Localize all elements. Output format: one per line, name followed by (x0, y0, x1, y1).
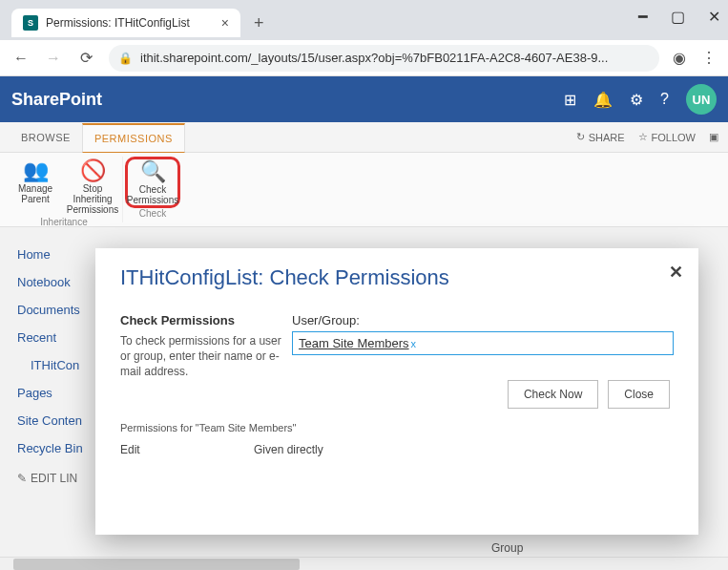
people-picker-input[interactable]: Team Site Members x (292, 331, 674, 355)
reload-icon[interactable]: ⟳ (76, 49, 95, 67)
notifications-icon[interactable]: 🔔 (593, 91, 613, 109)
sharepoint-brand: SharePoint (11, 90, 564, 110)
check-permissions-dialog: ITHitConfigList: Check Permissions ✕ Che… (95, 248, 698, 535)
stop-inheriting-button[interactable]: 🚫 Stop Inheriting Permissions (65, 157, 120, 217)
help-icon[interactable]: ? (660, 91, 669, 108)
url-text: ithit.sharepoint.com/_layouts/15/user.as… (140, 51, 608, 65)
focus-icon[interactable]: ▣ (709, 131, 718, 143)
token-remove-icon[interactable]: x (411, 338, 417, 349)
tab-browse[interactable]: BROWSE (10, 124, 82, 151)
follow-button[interactable]: ☆FOLLOW (638, 131, 696, 143)
tab-permissions[interactable]: PERMISSIONS (82, 123, 185, 153)
avatar[interactable]: UN (686, 84, 717, 115)
ribbon-group-inheritance: 👥 Manage Parent 🚫 Stop Inheriting Permis… (6, 157, 123, 222)
tab-close-icon[interactable]: × (221, 15, 229, 31)
manage-parent-icon: 👥 (23, 158, 49, 183)
dialog-section-heading: Check Permissions (120, 313, 282, 327)
horizontal-scrollbar[interactable] (0, 557, 728, 570)
ribbon-group-label: Inheritance (40, 217, 87, 227)
address-bar: ← → ⟳ 🔒 ithit.sharepoint.com/_layouts/15… (0, 40, 728, 76)
window-close-icon[interactable]: ✕ (708, 8, 720, 26)
pencil-icon: ✎ (17, 472, 27, 485)
star-icon: ☆ (638, 131, 648, 143)
permission-level: Edit (120, 443, 254, 456)
settings-gear-icon[interactable]: ⚙ (630, 91, 643, 109)
user-group-label: User/Group: (292, 313, 674, 327)
ribbon-group-label: Check (139, 208, 166, 219)
forward-icon[interactable]: → (44, 50, 63, 67)
dialog-section-desc: To check permissions for a user or group… (120, 333, 282, 379)
people-picker-token[interactable]: Team Site Members (299, 336, 409, 350)
check-permissions-button[interactable]: 🔍 Check Permissions (125, 157, 180, 208)
share-button[interactable]: ↻SHARE (576, 131, 625, 143)
ribbon: 👥 Manage Parent 🚫 Stop Inheriting Permis… (0, 153, 728, 227)
page-tabs: BROWSE PERMISSIONS ↻SHARE ☆FOLLOW ▣ (0, 122, 728, 153)
manage-parent-button[interactable]: 👥 Manage Parent (8, 157, 63, 217)
lock-icon: 🔒 (118, 52, 133, 65)
ribbon-group-check: 🔍 Check Permissions Check (123, 157, 182, 222)
window-maximize-icon[interactable]: ▢ (671, 8, 685, 26)
window-minimize-icon[interactable]: ━ (638, 8, 648, 26)
back-icon[interactable]: ← (11, 50, 31, 67)
dialog-title: ITHitConfigList: Check Permissions (120, 265, 674, 290)
check-permissions-icon: 🔍 (140, 159, 166, 184)
browser-tab-bar: S Permissions: ITHitConfigList × + (0, 0, 728, 40)
check-now-button[interactable]: Check Now (508, 380, 598, 409)
sharepoint-header: SharePoint ⊞ 🔔 ⚙ ? UN (0, 76, 728, 122)
permissions-result-heading: Permissions for "Team Site Members" (120, 422, 674, 433)
permission-given: Given directly (254, 443, 323, 456)
dialog-close-icon[interactable]: ✕ (669, 262, 683, 283)
sharepoint-favicon-icon: S (23, 15, 38, 31)
column-label-group: Group (491, 541, 523, 555)
browser-tab[interactable]: S Permissions: ITHitConfigList × (11, 9, 240, 37)
permissions-result-row: Edit Given directly (120, 443, 674, 456)
browser-tab-title: Permissions: ITHitConfigList (46, 16, 214, 30)
new-tab-button[interactable]: + (254, 13, 264, 33)
sidebar: Home Notebook Documents Recent ITHitCon … (0, 227, 110, 559)
share-icon: ↻ (576, 131, 585, 143)
app-launcher-icon[interactable]: ⊞ (564, 91, 576, 109)
browser-menu-icon[interactable]: ⋮ (701, 49, 717, 67)
stop-inheriting-icon: 🚫 (80, 158, 106, 183)
address-field[interactable]: 🔒 ithit.sharepoint.com/_layouts/15/user.… (109, 45, 659, 72)
close-button[interactable]: Close (608, 380, 670, 409)
user-account-icon[interactable]: ◉ (673, 49, 686, 67)
scrollbar-thumb[interactable] (13, 559, 300, 570)
